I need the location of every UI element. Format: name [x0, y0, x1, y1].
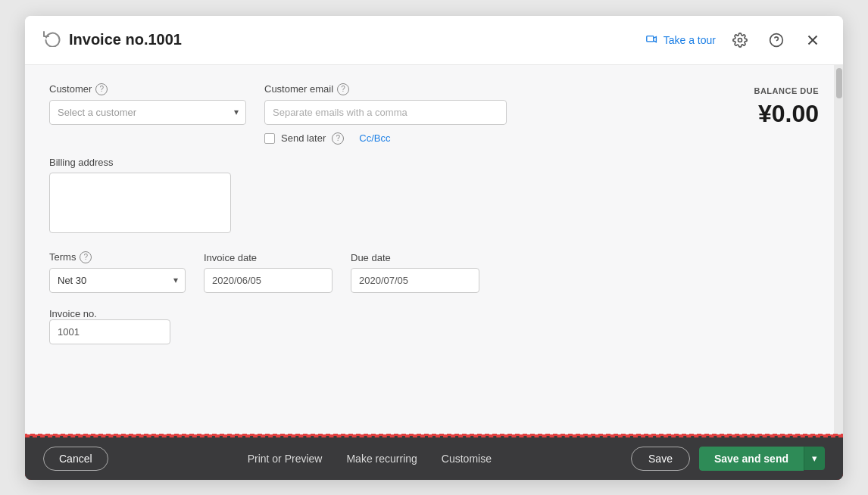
header-title-area: Invoice no.1001 [43, 29, 645, 51]
footer-right-actions: Save Save and send ▾ [631, 447, 825, 471]
form-row-top: Customer ? Select a customer ▾ Customer … [49, 83, 819, 145]
settings-button[interactable] [728, 28, 752, 52]
terms-label-row: Terms ? [49, 251, 186, 263]
terms-label: Terms [49, 251, 76, 263]
terms-select-wrapper: Net 30 ▾ [49, 268, 186, 293]
customer-email-label: Customer email [264, 83, 333, 95]
customer-group: Customer ? Select a customer ▾ [49, 83, 246, 125]
customer-select[interactable]: Select a customer [49, 100, 246, 125]
refresh-icon [43, 29, 61, 51]
terms-select[interactable]: Net 30 [49, 268, 186, 293]
save-send-dropdown-button[interactable]: ▾ [804, 447, 825, 470]
invoice-date-group: Invoice date [204, 252, 333, 293]
save-send-dropdown-arrow: ▾ [812, 453, 817, 464]
send-later-label: Send later [281, 132, 326, 144]
invoice-no-group: Invoice no. [49, 308, 819, 344]
due-date-label: Due date [351, 252, 479, 263]
customer-email-input[interactable] [264, 100, 507, 125]
customer-help-icon[interactable]: ? [95, 83, 108, 95]
invoice-date-label: Invoice date [204, 252, 333, 263]
scrollbar[interactable] [834, 65, 843, 436]
customer-select-wrapper: Select a customer ▾ [49, 100, 246, 125]
customer-email-group: Customer email ? Send later ? Cc/Bcc [264, 83, 507, 145]
invoice-no-label-row: Invoice no. [49, 308, 819, 319]
terms-group: Terms ? Net 30 ▾ [49, 251, 186, 293]
save-button[interactable]: Save [631, 447, 690, 471]
cc-bcc-link[interactable]: Cc/Bcc [359, 132, 390, 144]
scroll-thumb [836, 68, 842, 98]
balance-label: BALANCE DUE [525, 86, 819, 95]
close-button[interactable] [801, 28, 825, 52]
help-circle-icon [769, 33, 784, 48]
invoice-no-input[interactable] [49, 319, 170, 344]
billing-address-label: Billing address [49, 157, 114, 168]
send-later-checkbox[interactable] [264, 133, 275, 144]
billing-address-section: Billing address [49, 157, 819, 236]
make-recurring-button[interactable]: Make recurring [346, 453, 417, 465]
customer-label-row: Customer ? [49, 83, 246, 95]
billing-label-row: Billing address [49, 157, 819, 168]
print-preview-button[interactable]: Print or Preview [248, 453, 323, 465]
customer-email-help-icon[interactable]: ? [337, 83, 349, 95]
customise-button[interactable]: Customise [442, 453, 492, 465]
modal-footer: Cancel Print or Preview Make recurring C… [25, 436, 843, 480]
invoice-no-label: Invoice no. [49, 308, 97, 319]
footer-mid-actions: Print or Preview Make recurring Customis… [108, 453, 631, 465]
billing-address-input[interactable] [49, 173, 231, 233]
save-and-send-button[interactable]: Save and send [699, 447, 804, 471]
customer-email-label-row: Customer email ? [264, 83, 507, 95]
due-date-input[interactable] [351, 268, 479, 293]
svg-point-1 [738, 38, 742, 42]
invoice-date-input[interactable] [204, 268, 333, 293]
tour-icon [645, 33, 659, 47]
gear-icon [732, 33, 748, 48]
send-later-row: Send later ? Cc/Bcc [264, 132, 507, 145]
take-tour-button[interactable]: Take a tour [645, 33, 716, 47]
balance-amount: ¥0.00 [525, 100, 819, 128]
page-title: Invoice no.1001 [69, 31, 182, 48]
modal-header: Invoice no.1001 Take a tour [25, 16, 843, 65]
send-later-help-icon[interactable]: ? [332, 132, 344, 145]
close-icon [804, 32, 821, 48]
terms-row: Terms ? Net 30 ▾ Invoice date Due date [49, 251, 819, 293]
footer-container: Cancel Print or Preview Make recurring C… [25, 436, 843, 480]
save-send-group: Save and send ▾ [699, 447, 825, 471]
modal-content: Customer ? Select a customer ▾ Customer … [25, 65, 843, 436]
due-date-group: Due date [351, 252, 479, 293]
svg-rect-0 [647, 36, 654, 41]
customer-label: Customer [49, 83, 92, 95]
cancel-button[interactable]: Cancel [43, 447, 108, 471]
invoice-modal: Invoice no.1001 Take a tour [25, 16, 843, 480]
header-actions: Take a tour [645, 28, 825, 52]
help-button[interactable] [764, 28, 788, 52]
balance-group: BALANCE DUE ¥0.00 [525, 83, 819, 128]
terms-help-icon[interactable]: ? [80, 251, 92, 263]
